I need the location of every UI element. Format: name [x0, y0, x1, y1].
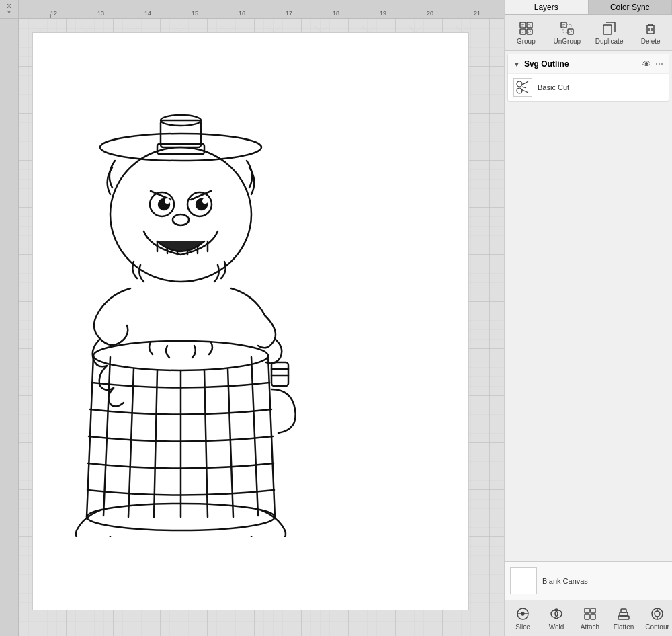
collapse-arrow-icon: ▼ — [513, 61, 520, 68]
flatten-button[interactable]: Flatten — [607, 603, 640, 633]
panel-layers[interactable]: ▼ Svg Outline 👁 ⋯ — [505, 51, 672, 561]
svg-rect-56 — [568, 29, 573, 34]
group-icon — [518, 20, 534, 36]
svg-rect-72 — [585, 608, 589, 613]
ruler-mark-18: 18 — [333, 10, 339, 17]
tab-layers[interactable]: Layers — [505, 0, 589, 14]
svg-rect-74 — [585, 614, 589, 619]
delete-button[interactable]: Delete — [634, 17, 667, 48]
svg-rect-50 — [520, 22, 526, 28]
weld-label: Weld — [549, 623, 564, 631]
panel-toolbar: Group UnGroup — [505, 15, 672, 51]
svg-point-63 — [517, 88, 522, 93]
canvas-workspace[interactable] — [19, 19, 504, 636]
svg-point-35 — [173, 214, 189, 225]
layer-item-basic-cut[interactable]: Basic Cut — [508, 74, 669, 101]
svg-rect-59 — [647, 26, 654, 34]
x-coord-label: X — [7, 3, 11, 9]
weld-button[interactable]: Weld — [540, 603, 573, 633]
slice-label: Slice — [515, 623, 530, 631]
svg-line-48 — [228, 369, 233, 517]
layer-thumb — [513, 78, 532, 97]
ruler-mark-21: 21 — [474, 10, 480, 17]
ungroup-label: UnGroup — [554, 38, 581, 45]
attach-icon — [582, 606, 598, 622]
duplicate-label: Duplicate — [595, 38, 624, 45]
blank-canvas-thumb — [510, 567, 537, 594]
attach-label: Attach — [581, 623, 599, 631]
ruler-mark-15: 15 — [192, 10, 198, 17]
layer-group-title: Svg Outline — [524, 59, 638, 69]
duplicate-icon — [601, 20, 618, 36]
white-canvas — [32, 32, 469, 610]
ruler-mark-12: 12 — [50, 10, 57, 17]
svg-rect-53 — [527, 29, 532, 34]
group-label: Group — [517, 38, 536, 45]
ruler-mark-14: 14 — [144, 10, 151, 17]
right-panel: Layers Color Sync Group — [504, 0, 672, 636]
slice-button[interactable]: Slice — [506, 603, 540, 633]
svg-point-34 — [202, 198, 208, 204]
ruler-mark-19: 19 — [380, 10, 386, 17]
flatten-label: Flatten — [614, 623, 634, 631]
contour-icon — [649, 606, 665, 622]
svg-line-44 — [128, 369, 134, 517]
tab-colorsync[interactable]: Color Sync — [589, 0, 673, 14]
ruler-mark-13: 13 — [97, 10, 104, 17]
svg-line-64 — [522, 81, 529, 85]
svg-line-66 — [522, 87, 526, 88]
ruler-left — [0, 19, 19, 636]
svg-line-65 — [522, 90, 529, 93]
svg-rect-51 — [527, 22, 532, 28]
svg-point-33 — [165, 198, 170, 204]
layer-group-header[interactable]: ▼ Svg Outline 👁 ⋯ — [508, 54, 669, 74]
svg-point-62 — [517, 81, 522, 87]
delete-icon — [642, 20, 659, 36]
svg-point-39 — [93, 341, 268, 370]
contour-button[interactable]: Contour — [640, 603, 672, 633]
svg-rect-54 — [522, 24, 530, 32]
svg-point-71 — [555, 610, 562, 617]
ruler-mark-20: 20 — [427, 10, 433, 17]
svg-point-69 — [521, 612, 524, 615]
svg-rect-55 — [561, 22, 566, 28]
svg-rect-58 — [603, 25, 612, 34]
panel-bottom-toolbar: Slice Weld — [505, 600, 672, 636]
contour-label: Contour — [645, 623, 669, 631]
svg-rect-80 — [621, 609, 626, 612]
svg-rect-52 — [520, 29, 526, 34]
ruler-corner: X Y — [0, 0, 19, 19]
layer-options-icon[interactable]: ⋯ — [655, 59, 663, 69]
layer-group-svg-outline: ▼ Svg Outline 👁 ⋯ — [507, 54, 669, 102]
ruler-top: 12 13 14 15 16 17 18 19 20 21 — [19, 0, 504, 19]
weld-icon — [548, 606, 564, 622]
svg-rect-57 — [563, 24, 571, 32]
ungroup-icon — [559, 20, 575, 36]
slice-icon — [515, 606, 531, 622]
attach-button[interactable]: Attach — [573, 603, 607, 633]
flatten-icon — [616, 606, 632, 622]
svg-rect-73 — [591, 608, 595, 613]
character-svg — [33, 33, 335, 537]
svg-point-82 — [655, 611, 660, 617]
blank-canvas-row[interactable]: Blank Canvas — [505, 561, 672, 600]
ruler-mark-17: 17 — [286, 10, 292, 17]
layer-item-name: Basic Cut — [538, 83, 569, 91]
svg-rect-36 — [271, 362, 288, 386]
app-container: X Y 12 13 14 15 16 17 18 19 20 21 — [0, 0, 672, 636]
tab-bar: Layers Color Sync — [505, 0, 672, 15]
blank-canvas-label: Blank Canvas — [542, 577, 588, 585]
y-coord-label: Y — [7, 9, 11, 16]
svg-rect-75 — [591, 614, 595, 619]
ruler-mark-16: 16 — [239, 10, 245, 17]
visibility-toggle[interactable]: 👁 — [642, 58, 651, 69]
duplicate-button[interactable]: Duplicate — [591, 17, 628, 48]
ungroup-button[interactable]: UnGroup — [550, 17, 585, 48]
canvas-area: X Y 12 13 14 15 16 17 18 19 20 21 — [0, 0, 504, 636]
delete-label: Delete — [641, 38, 661, 45]
group-button[interactable]: Group — [509, 17, 543, 48]
